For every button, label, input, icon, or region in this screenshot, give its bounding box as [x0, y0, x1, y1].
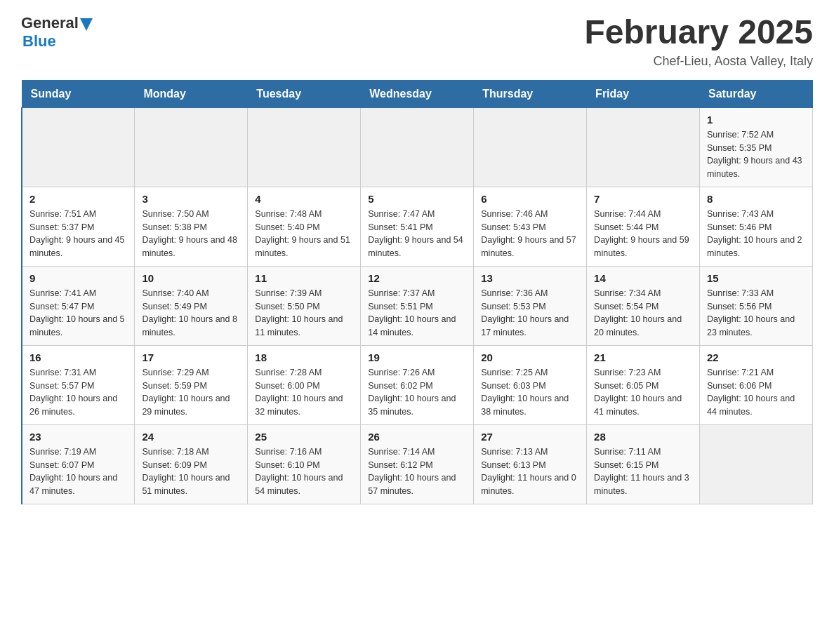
day-info: Sunrise: 7:14 AM Sunset: 6:12 PM Dayligh…: [368, 445, 466, 498]
logo-blue: Blue: [22, 32, 56, 51]
day-number: 8: [707, 193, 805, 205]
day-number: 14: [594, 272, 692, 284]
logo-general: General: [21, 14, 79, 32]
day-info: Sunrise: 7:47 AM Sunset: 5:41 PM Dayligh…: [368, 208, 466, 260]
calendar-day: 28Sunrise: 7:11 AM Sunset: 6:15 PM Dayli…: [587, 424, 700, 504]
day-number: 23: [29, 431, 127, 443]
day-info: Sunrise: 7:36 AM Sunset: 5:53 PM Dayligh…: [481, 287, 579, 340]
calendar-day: 24Sunrise: 7:18 AM Sunset: 6:09 PM Dayli…: [135, 424, 248, 504]
day-number: 21: [594, 351, 692, 363]
calendar-week-4: 16Sunrise: 7:31 AM Sunset: 5:57 PM Dayli…: [22, 345, 813, 424]
calendar-day: 19Sunrise: 7:26 AM Sunset: 6:02 PM Dayli…: [361, 345, 474, 424]
day-number: 26: [368, 431, 466, 443]
day-number: 27: [481, 431, 579, 443]
day-info: Sunrise: 7:44 AM Sunset: 5:44 PM Dayligh…: [594, 208, 692, 260]
calendar-day: 27Sunrise: 7:13 AM Sunset: 6:13 PM Dayli…: [474, 424, 587, 504]
calendar-day: 12Sunrise: 7:37 AM Sunset: 5:51 PM Dayli…: [361, 266, 474, 345]
page-header: General Blue February 2025 Chef-Lieu, Ao…: [21, 14, 813, 69]
calendar-header-row: SundayMondayTuesdayWednesdayThursdayFrid…: [22, 80, 813, 107]
day-info: Sunrise: 7:46 AM Sunset: 5:43 PM Dayligh…: [481, 208, 579, 260]
day-number: 15: [707, 272, 805, 284]
calendar-day: [22, 107, 135, 187]
page-title: February 2025: [584, 14, 813, 51]
calendar-day: 5Sunrise: 7:47 AM Sunset: 5:41 PM Daylig…: [361, 187, 474, 266]
day-number: 6: [481, 193, 579, 205]
calendar-day: [587, 107, 700, 187]
calendar-day: 21Sunrise: 7:23 AM Sunset: 6:05 PM Dayli…: [587, 345, 700, 424]
day-info: Sunrise: 7:48 AM Sunset: 5:40 PM Dayligh…: [255, 208, 353, 260]
logo: General Blue: [21, 14, 93, 51]
logo-triangle-icon: [80, 18, 93, 31]
day-info: Sunrise: 7:40 AM Sunset: 5:49 PM Dayligh…: [142, 287, 240, 340]
calendar-day: 14Sunrise: 7:34 AM Sunset: 5:54 PM Dayli…: [587, 266, 700, 345]
day-info: Sunrise: 7:13 AM Sunset: 6:13 PM Dayligh…: [481, 445, 579, 498]
day-number: 17: [142, 351, 240, 363]
calendar-day: 1Sunrise: 7:52 AM Sunset: 5:35 PM Daylig…: [700, 107, 813, 187]
calendar-header-thursday: Thursday: [474, 80, 587, 107]
calendar-day: [135, 107, 248, 187]
day-info: Sunrise: 7:34 AM Sunset: 5:54 PM Dayligh…: [594, 287, 692, 340]
calendar-day: 6Sunrise: 7:46 AM Sunset: 5:43 PM Daylig…: [474, 187, 587, 266]
calendar-week-5: 23Sunrise: 7:19 AM Sunset: 6:07 PM Dayli…: [22, 424, 813, 504]
day-number: 7: [594, 193, 692, 205]
day-info: Sunrise: 7:23 AM Sunset: 6:05 PM Dayligh…: [594, 366, 692, 419]
day-number: 9: [29, 272, 127, 284]
calendar-day: 20Sunrise: 7:25 AM Sunset: 6:03 PM Dayli…: [474, 345, 587, 424]
calendar-header-friday: Friday: [587, 80, 700, 107]
day-number: 18: [255, 351, 353, 363]
calendar-day: 16Sunrise: 7:31 AM Sunset: 5:57 PM Dayli…: [22, 345, 135, 424]
day-number: 5: [368, 193, 466, 205]
page-subtitle: Chef-Lieu, Aosta Valley, Italy: [584, 54, 813, 69]
calendar-day: 25Sunrise: 7:16 AM Sunset: 6:10 PM Dayli…: [248, 424, 361, 504]
calendar-day: 15Sunrise: 7:33 AM Sunset: 5:56 PM Dayli…: [700, 266, 813, 345]
calendar-day: 22Sunrise: 7:21 AM Sunset: 6:06 PM Dayli…: [700, 345, 813, 424]
day-info: Sunrise: 7:37 AM Sunset: 5:51 PM Dayligh…: [368, 287, 466, 340]
day-info: Sunrise: 7:21 AM Sunset: 6:06 PM Dayligh…: [707, 366, 805, 419]
calendar-day: [248, 107, 361, 187]
day-info: Sunrise: 7:41 AM Sunset: 5:47 PM Dayligh…: [29, 287, 127, 340]
day-number: 20: [481, 351, 579, 363]
day-number: 16: [29, 351, 127, 363]
calendar-day: 17Sunrise: 7:29 AM Sunset: 5:59 PM Dayli…: [135, 345, 248, 424]
day-info: Sunrise: 7:16 AM Sunset: 6:10 PM Dayligh…: [255, 445, 353, 498]
calendar-day: 26Sunrise: 7:14 AM Sunset: 6:12 PM Dayli…: [361, 424, 474, 504]
calendar-day: 13Sunrise: 7:36 AM Sunset: 5:53 PM Dayli…: [474, 266, 587, 345]
day-info: Sunrise: 7:25 AM Sunset: 6:03 PM Dayligh…: [481, 366, 579, 419]
calendar-week-2: 2Sunrise: 7:51 AM Sunset: 5:37 PM Daylig…: [22, 187, 813, 266]
calendar-header-sunday: Sunday: [22, 80, 135, 107]
calendar-day: 4Sunrise: 7:48 AM Sunset: 5:40 PM Daylig…: [248, 187, 361, 266]
day-number: 4: [255, 193, 353, 205]
day-info: Sunrise: 7:43 AM Sunset: 5:46 PM Dayligh…: [707, 208, 805, 260]
day-info: Sunrise: 7:11 AM Sunset: 6:15 PM Dayligh…: [594, 445, 692, 498]
day-number: 28: [594, 431, 692, 443]
calendar-body: 1Sunrise: 7:52 AM Sunset: 5:35 PM Daylig…: [22, 107, 813, 504]
day-number: 10: [142, 272, 240, 284]
calendar-day: 9Sunrise: 7:41 AM Sunset: 5:47 PM Daylig…: [22, 266, 135, 345]
title-block: February 2025 Chef-Lieu, Aosta Valley, I…: [584, 14, 813, 69]
calendar-day: 7Sunrise: 7:44 AM Sunset: 5:44 PM Daylig…: [587, 187, 700, 266]
calendar-week-1: 1Sunrise: 7:52 AM Sunset: 5:35 PM Daylig…: [22, 107, 813, 187]
day-number: 1: [707, 114, 805, 126]
day-info: Sunrise: 7:28 AM Sunset: 6:00 PM Dayligh…: [255, 366, 353, 419]
calendar-day: [474, 107, 587, 187]
day-number: 12: [368, 272, 466, 284]
day-number: 24: [142, 431, 240, 443]
day-number: 11: [255, 272, 353, 284]
day-info: Sunrise: 7:33 AM Sunset: 5:56 PM Dayligh…: [707, 287, 805, 340]
calendar-day: 3Sunrise: 7:50 AM Sunset: 5:38 PM Daylig…: [135, 187, 248, 266]
calendar-day: 11Sunrise: 7:39 AM Sunset: 5:50 PM Dayli…: [248, 266, 361, 345]
day-number: 2: [29, 193, 127, 205]
calendar-header-saturday: Saturday: [700, 80, 813, 107]
calendar-header-wednesday: Wednesday: [361, 80, 474, 107]
day-info: Sunrise: 7:19 AM Sunset: 6:07 PM Dayligh…: [29, 445, 127, 498]
calendar-header-monday: Monday: [135, 80, 248, 107]
day-number: 3: [142, 193, 240, 205]
day-number: 25: [255, 431, 353, 443]
day-info: Sunrise: 7:50 AM Sunset: 5:38 PM Dayligh…: [142, 208, 240, 260]
day-info: Sunrise: 7:29 AM Sunset: 5:59 PM Dayligh…: [142, 366, 240, 419]
day-number: 19: [368, 351, 466, 363]
svg-marker-0: [80, 18, 93, 31]
day-info: Sunrise: 7:26 AM Sunset: 6:02 PM Dayligh…: [368, 366, 466, 419]
day-number: 22: [707, 351, 805, 363]
calendar-day: 18Sunrise: 7:28 AM Sunset: 6:00 PM Dayli…: [248, 345, 361, 424]
